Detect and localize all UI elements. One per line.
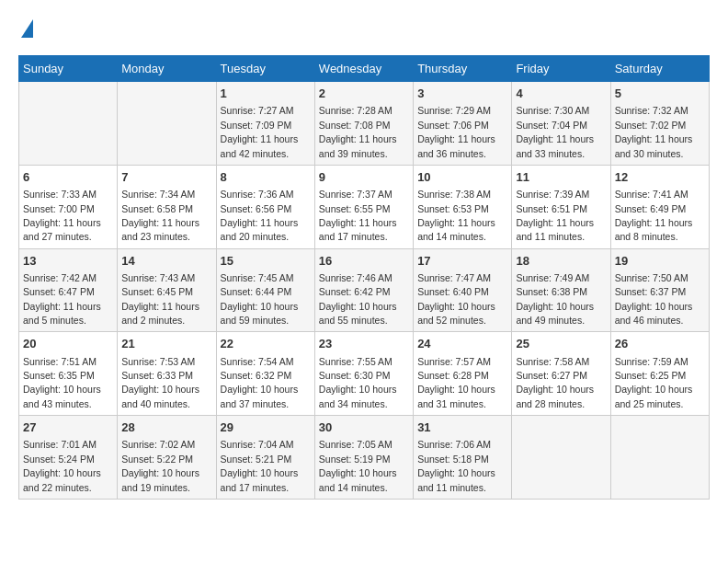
daylight-text: Daylight: 10 hours and 52 minutes. (417, 301, 495, 326)
sunrise-text: Sunrise: 7:57 AM (417, 356, 491, 367)
calendar-cell (19, 82, 118, 166)
sunset-text: Sunset: 6:45 PM (121, 286, 193, 297)
sunset-text: Sunset: 6:25 PM (615, 370, 687, 381)
sunset-text: Sunset: 6:49 PM (615, 203, 687, 214)
sunset-text: Sunset: 5:21 PM (221, 454, 292, 465)
daylight-text: Daylight: 11 hours and 33 minutes. (516, 133, 594, 158)
daylight-text: Daylight: 10 hours and 11 minutes. (417, 467, 495, 492)
weekday-header-thursday: Thursday (414, 56, 512, 82)
sunrise-text: Sunrise: 7:55 AM (319, 356, 392, 367)
sunset-text: Sunset: 6:55 PM (319, 203, 391, 214)
calendar-cell: 26Sunrise: 7:59 AMSunset: 6:25 PMDayligh… (610, 332, 709, 416)
calendar-cell: 4Sunrise: 7:30 AMSunset: 7:04 PMDaylight… (512, 82, 610, 166)
day-number: 27 (23, 419, 113, 436)
calendar-cell: 7Sunrise: 7:34 AMSunset: 6:58 PMDaylight… (118, 165, 216, 248)
daylight-text: Daylight: 11 hours and 11 minutes. (516, 217, 594, 242)
day-number: 17 (417, 253, 507, 270)
weekday-header-tuesday: Tuesday (216, 56, 314, 82)
day-number: 28 (121, 419, 211, 436)
calendar-cell: 16Sunrise: 7:46 AMSunset: 6:42 PMDayligh… (314, 248, 413, 332)
calendar-cell: 14Sunrise: 7:43 AMSunset: 6:45 PMDayligh… (118, 248, 216, 332)
sunset-text: Sunset: 6:27 PM (516, 370, 587, 381)
sunrise-text: Sunrise: 7:47 AM (417, 272, 491, 283)
calendar-cell: 20Sunrise: 7:51 AMSunset: 6:35 PMDayligh… (19, 332, 118, 416)
calendar-cell (118, 82, 216, 166)
week-row-3: 13Sunrise: 7:42 AMSunset: 6:47 PMDayligh… (19, 248, 710, 332)
sunrise-text: Sunrise: 7:36 AM (221, 189, 294, 200)
daylight-text: Daylight: 10 hours and 37 minutes. (221, 384, 299, 408)
day-number: 31 (417, 419, 507, 436)
daylight-text: Daylight: 10 hours and 55 minutes. (319, 301, 397, 326)
sunrise-text: Sunrise: 7:46 AM (319, 272, 392, 283)
sunset-text: Sunset: 7:02 PM (615, 120, 687, 131)
sunset-text: Sunset: 6:30 PM (319, 370, 391, 381)
daylight-text: Daylight: 11 hours and 14 minutes. (417, 217, 495, 242)
calendar-cell: 13Sunrise: 7:42 AMSunset: 6:47 PMDayligh… (19, 248, 118, 332)
sunrise-text: Sunrise: 7:29 AM (417, 105, 491, 116)
sunrise-text: Sunrise: 7:43 AM (121, 272, 195, 283)
sunset-text: Sunset: 6:58 PM (121, 203, 193, 214)
day-number: 9 (319, 169, 409, 186)
sunrise-text: Sunrise: 7:37 AM (319, 189, 392, 200)
daylight-text: Daylight: 11 hours and 17 minutes. (319, 217, 397, 242)
daylight-text: Daylight: 10 hours and 19 minutes. (121, 467, 199, 492)
calendar-cell: 12Sunrise: 7:41 AMSunset: 6:49 PMDayligh… (610, 165, 709, 248)
sunset-text: Sunset: 6:42 PM (319, 286, 391, 297)
sunset-text: Sunset: 6:56 PM (221, 203, 292, 214)
calendar-cell: 27Sunrise: 7:01 AMSunset: 5:24 PMDayligh… (19, 416, 118, 500)
day-number: 24 (417, 336, 507, 352)
day-number: 3 (417, 86, 507, 102)
week-row-2: 6Sunrise: 7:33 AMSunset: 7:00 PMDaylight… (19, 165, 710, 248)
daylight-text: Daylight: 11 hours and 30 minutes. (615, 133, 693, 158)
day-number: 22 (221, 336, 311, 352)
daylight-text: Daylight: 10 hours and 49 minutes. (516, 301, 594, 326)
sunset-text: Sunset: 6:44 PM (221, 286, 292, 297)
sunset-text: Sunset: 7:09 PM (221, 120, 292, 131)
day-number: 5 (615, 86, 705, 102)
weekday-header-wednesday: Wednesday (314, 56, 413, 82)
calendar-cell: 21Sunrise: 7:53 AMSunset: 6:33 PMDayligh… (118, 332, 216, 416)
logo-triangle-icon (21, 19, 33, 38)
day-number: 23 (319, 336, 409, 352)
calendar-cell: 22Sunrise: 7:54 AMSunset: 6:32 PMDayligh… (216, 332, 314, 416)
daylight-text: Daylight: 11 hours and 27 minutes. (23, 217, 101, 242)
sunrise-text: Sunrise: 7:45 AM (221, 272, 294, 283)
day-number: 26 (615, 336, 705, 352)
sunrise-text: Sunrise: 7:06 AM (417, 439, 491, 450)
calendar-cell: 9Sunrise: 7:37 AMSunset: 6:55 PMDaylight… (314, 165, 413, 248)
sunrise-text: Sunrise: 7:50 AM (615, 272, 688, 283)
sunrise-text: Sunrise: 7:30 AM (516, 105, 589, 116)
daylight-text: Daylight: 10 hours and 59 minutes. (221, 301, 299, 326)
sunrise-text: Sunrise: 7:38 AM (417, 189, 491, 200)
daylight-text: Daylight: 11 hours and 42 minutes. (221, 133, 299, 158)
logo (18, 18, 33, 40)
calendar-table: SundayMondayTuesdayWednesdayThursdayFrid… (18, 55, 710, 500)
day-number: 4 (516, 86, 606, 102)
page-header (18, 18, 710, 40)
sunrise-text: Sunrise: 7:51 AM (23, 356, 97, 367)
calendar-cell: 15Sunrise: 7:45 AMSunset: 6:44 PMDayligh… (216, 248, 314, 332)
day-number: 8 (221, 169, 311, 186)
calendar-cell: 2Sunrise: 7:28 AMSunset: 7:08 PMDaylight… (314, 82, 413, 166)
daylight-text: Daylight: 10 hours and 28 minutes. (516, 384, 594, 408)
sunrise-text: Sunrise: 7:53 AM (121, 356, 195, 367)
calendar-cell: 28Sunrise: 7:02 AMSunset: 5:22 PMDayligh… (118, 416, 216, 500)
sunrise-text: Sunrise: 7:33 AM (23, 189, 97, 200)
sunset-text: Sunset: 6:51 PM (516, 203, 587, 214)
day-number: 10 (417, 169, 507, 186)
sunset-text: Sunset: 5:24 PM (23, 454, 95, 465)
day-number: 7 (121, 169, 211, 186)
day-number: 6 (23, 169, 113, 186)
day-number: 13 (23, 253, 113, 270)
weekday-header-monday: Monday (118, 56, 216, 82)
logo-line1 (18, 18, 33, 40)
daylight-text: Daylight: 10 hours and 31 minutes. (417, 384, 495, 408)
week-row-4: 20Sunrise: 7:51 AMSunset: 6:35 PMDayligh… (19, 332, 710, 416)
sunrise-text: Sunrise: 7:42 AM (23, 272, 97, 283)
calendar-cell: 3Sunrise: 7:29 AMSunset: 7:06 PMDaylight… (414, 82, 512, 166)
weekday-header-row: SundayMondayTuesdayWednesdayThursdayFrid… (19, 56, 710, 82)
day-number: 14 (121, 253, 211, 270)
weekday-header-friday: Friday (512, 56, 610, 82)
calendar-cell (610, 416, 709, 500)
sunrise-text: Sunrise: 7:41 AM (615, 189, 688, 200)
